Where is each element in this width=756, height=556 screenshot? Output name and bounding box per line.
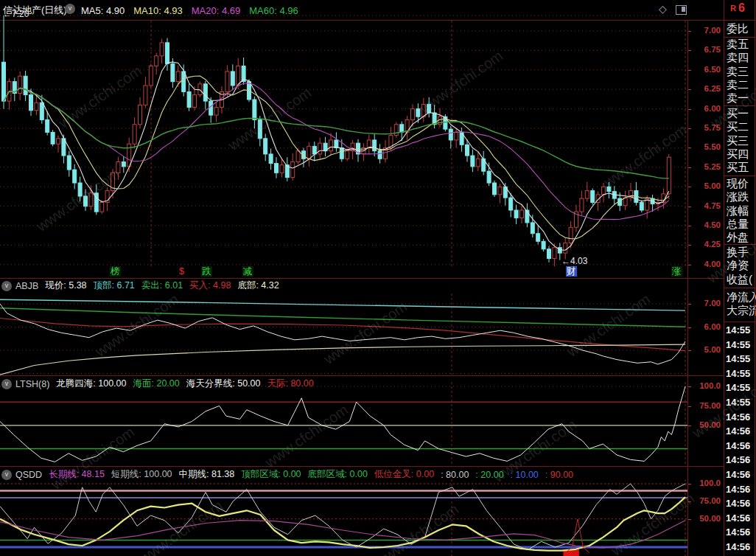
main-axis-label: 6.25	[688, 84, 721, 93]
main-axis-label: 5.50	[688, 142, 721, 151]
sidebar-divider	[724, 244, 756, 245]
tick-time-row[interactable]: 14:56	[726, 527, 750, 538]
ltsh-axis-label: 100.0	[688, 381, 721, 390]
tick-time-row[interactable]: 14:56	[726, 541, 750, 552]
quote-label-[interactable]: 卖二	[727, 78, 749, 92]
abjb-axis-label: 7.00	[688, 299, 721, 307]
qsdd-axis-label: 50.00	[688, 514, 721, 523]
quote-label-[interactable]: 换手	[727, 246, 749, 260]
main-axis-label: 5.25	[688, 162, 721, 171]
quote-label-[interactable]: 买二	[727, 120, 749, 134]
quote-label-[interactable]: 涨幅	[727, 204, 749, 218]
tick-time-row[interactable]: 14:55	[726, 382, 750, 393]
qsdd-segment-1: 长期线: 48.15	[49, 469, 105, 479]
quote-label-[interactable]: 买四	[727, 147, 749, 161]
ltsh-segment-2: 海面: 20.00	[133, 378, 180, 389]
qsdd-segment-6: 低位金叉: 0.00	[374, 469, 434, 479]
qsdd-segment-9: : 10.00	[511, 470, 539, 480]
tick-time-row[interactable]: 14:55	[726, 397, 750, 408]
abjb-segment-3: 卖出: 6.01	[141, 280, 183, 291]
collapse-ltsh-chevron-icon[interactable]: v	[1, 379, 12, 389]
collapse-abjb-chevron-icon[interactable]: v	[1, 281, 12, 291]
abjb-segment-5: 底部: 4.32	[237, 280, 279, 291]
tick-time-row[interactable]: 14:55	[726, 339, 750, 350]
quote-label-[interactable]: 卖一	[727, 91, 749, 105]
tick-time-row[interactable]: 14:55	[726, 324, 750, 336]
quote-label-[interactable]: 总量	[727, 218, 749, 232]
panel-divider	[724, 0, 724, 556]
tick-time-row[interactable]: 14:55	[726, 368, 750, 379]
quote-label-[interactable]: 卖三	[727, 65, 749, 79]
qsdd-panel-header: vQSDD长期线: 48.15短期线: 100.00中期线: 81.38顶部区域…	[1, 468, 580, 481]
qsdd-segment-3: 中期线: 81.38	[179, 469, 235, 479]
ltsh-segment-4: 天际: 80.00	[267, 378, 313, 389]
main-axis-label: 6.00	[688, 104, 721, 113]
sidebar-divider	[724, 37, 756, 38]
quote-label-[interactable]: 净资	[727, 259, 749, 273]
stock-code-fragment: 6	[738, 1, 745, 15]
ltsh-segment-1: 龙腾四海: 100.00	[56, 378, 126, 389]
abjb-segment-0: ABJB	[15, 281, 38, 291]
quote-label-[interactable]: 买三	[727, 134, 749, 148]
tick-time-row[interactable]: 14:55	[726, 353, 750, 364]
r-indicator: R	[730, 4, 736, 13]
main-axis-label: 4.50	[688, 220, 721, 229]
qsdd-segment-4: 顶部区域: 0.00	[241, 469, 301, 479]
quote-label-[interactable]: 涨跌	[727, 190, 749, 204]
marker-badge-5: 涨	[671, 266, 682, 277]
abjb-axis-label: 6.00	[688, 322, 721, 331]
main-axis-label: 4.25	[688, 240, 721, 249]
qsdd-axis-label: 75.00	[688, 496, 721, 505]
tick-time-row[interactable]: 14:56	[726, 512, 750, 524]
main-axis-label: 5.75	[688, 123, 721, 132]
quote-label-[interactable]: 委比	[727, 22, 749, 36]
abjb-panel-header: vABJB现价: 5.38顶部: 6.71卖出: 6.01买入: 4.98底部:…	[1, 279, 286, 292]
quote-label-[interactable]: 收益(	[727, 273, 752, 287]
ltsh-segment-3: 海天分界线: 50.00	[186, 378, 261, 389]
marker-badge-1: $	[178, 266, 185, 277]
quote-label-[interactable]: 净流入	[727, 291, 756, 305]
quote-label-[interactable]: 卖五	[727, 38, 749, 52]
marker-badge-2: 跌	[201, 266, 212, 277]
tick-time-row[interactable]: 14:56	[726, 411, 750, 423]
marker-badge-3: 减	[242, 266, 253, 277]
marker-badge-4: 财	[566, 266, 577, 277]
quote-label-[interactable]: 大宗流	[727, 304, 756, 318]
app-window: 信达地产(日线) v MA5: 4.90MA10: 4.93MA20: 4.69…	[0, 0, 756, 556]
abjb-segment-1: 现价: 5.38	[45, 280, 86, 291]
qsdd-axis-label: 100.0	[688, 479, 721, 487]
sidebar-divider	[724, 288, 756, 288]
main-axis-label: 6.50	[688, 65, 721, 74]
high-annotation: ←7.20	[3, 9, 29, 19]
quote-label-[interactable]: 买一	[727, 107, 749, 121]
qsdd-segment-7: : 80.00	[441, 470, 469, 480]
low-annotation: ←4.03	[561, 256, 587, 266]
tick-time-row[interactable]: 14:56	[726, 454, 750, 465]
tick-time-row[interactable]: 14:56	[726, 440, 750, 451]
tick-time-row[interactable]: 14:56	[726, 469, 750, 480]
qsdd-segment-5: 底部区域: 0.00	[308, 469, 368, 479]
main-axis-label: 4.75	[688, 201, 721, 210]
quote-label-[interactable]: 卖四	[727, 51, 749, 65]
quote-label-[interactable]: 现价	[727, 177, 749, 191]
ltsh-segment-0: LTSH(8)	[15, 379, 49, 389]
main-axis-label: 5.00	[688, 181, 721, 190]
qsdd-segment-10: : 90.00	[545, 470, 573, 480]
qsdd-segment-0: QSDD	[15, 470, 42, 480]
quote-label-[interactable]: 外盘	[727, 231, 749, 245]
tick-time-row[interactable]: 14:56	[726, 425, 750, 437]
quote-label-[interactable]: 买五	[727, 161, 749, 175]
abjb-segment-4: 买入: 4.98	[189, 280, 231, 291]
main-axis-label: 4.00	[688, 260, 721, 268]
main-axis-label: 7.00	[688, 26, 721, 35]
main-axis-label: 6.75	[688, 45, 721, 54]
sidebar-divider	[724, 322, 756, 322]
collapse-qsdd-chevron-icon[interactable]: v	[1, 470, 12, 480]
abjb-segment-2: 顶部: 6.71	[94, 280, 135, 291]
tick-time-row[interactable]: 14:56	[726, 498, 750, 509]
qsdd-segment-8: : 20.00	[475, 470, 503, 480]
marker-badge-0: 榜	[110, 266, 121, 277]
sidebar-divider	[724, 105, 756, 106]
tick-time-row[interactable]: 14:56	[726, 484, 750, 495]
ltsh-axis-label: 50.00	[688, 420, 721, 429]
